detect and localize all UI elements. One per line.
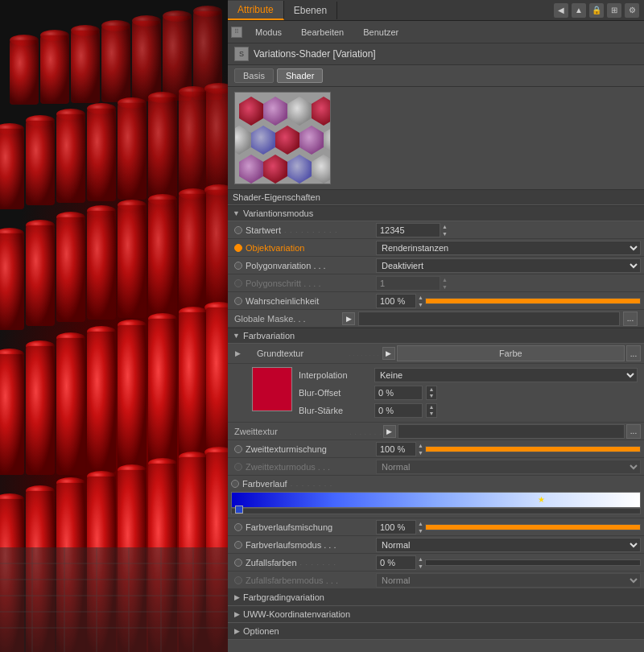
viewport (0, 0, 228, 652)
arrow-up-icon[interactable]: ▲ (572, 3, 586, 18)
polygonschritt-label: Polygonschritt . . . . (231, 279, 376, 288)
svg-rect-30 (206, 89, 228, 195)
farbverlaufmischung-input[interactable] (376, 520, 416, 534)
zufallsfarben-label: Zufallsfarben . . . . . . . (231, 558, 376, 567)
ztm-spinner-up[interactable]: ▲ (418, 442, 423, 449)
optionen-label: Optionen (243, 626, 279, 636)
svg-rect-29 (179, 92, 208, 196)
zweittextur-field[interactable] (398, 424, 625, 439)
color-swatch[interactable] (252, 367, 292, 411)
zweittexturmodus-label: Zweittexturmodus . . . (231, 462, 376, 472)
polygonvariation-select[interactable]: Deaktiviert (376, 258, 641, 273)
polygonvariation-label: Polygonvariation . . . (231, 261, 376, 270)
farbgradingvariation-section[interactable]: ▶ Farbgradingvariation (228, 589, 644, 606)
farbverlaufmodus-radio[interactable] (234, 541, 242, 549)
farbvariation-props: ▶ Grundtextur . . . . . . . . ▶ Farbe ..… (228, 344, 644, 589)
variantionsmodus-section[interactable]: ▼ Variantionsmodus (228, 205, 644, 221)
viewport-canvas (0, 0, 228, 652)
globale-maske-menu-btn[interactable]: ... (623, 312, 638, 326)
objektvariation-row: Objektvariation Renderinstanzen (228, 239, 644, 257)
toolbar: ⠿ Modus Bearbeiten Benutzer (228, 21, 644, 43)
svg-rect-39 (0, 233, 24, 330)
wahrscheinlichkeit-radio[interactable] (234, 297, 242, 305)
zweittextur-menu-btn[interactable]: ... (626, 424, 641, 439)
svg-rect-11 (101, 26, 130, 102)
grundtextur-arrow-btn[interactable]: ▶ (382, 347, 395, 360)
toolbar-benutzer-btn[interactable]: Benutzer (357, 26, 405, 39)
wahrscheinlichkeit-input[interactable] (376, 294, 416, 308)
farbvariation-section[interactable]: ▼ Farbvariation (228, 328, 644, 344)
farbverlaufmischung-bar-fill (426, 525, 640, 530)
zweittexturmischung-bar (425, 446, 641, 452)
blur-staerke-spinner[interactable]: ▲▼ (426, 403, 437, 418)
zweittexturmischung-radio[interactable] (234, 445, 242, 453)
arrow-left-icon[interactable]: ◀ (554, 3, 568, 18)
farbverlauf-radio[interactable] (231, 480, 239, 488)
objektvariation-select[interactable]: Renderinstanzen (376, 241, 641, 255)
blur-offset-spinner[interactable]: ▲▼ (426, 386, 437, 400)
zweittexturmischung-input[interactable] (376, 442, 416, 456)
tab-shader[interactable]: Shader (277, 68, 323, 83)
farbverlauf-handle-left[interactable] (235, 506, 243, 514)
farbverlaufmischung-spinner[interactable]: ▲ ▼ (418, 520, 423, 534)
tab-ebenen[interactable]: Ebenen (284, 2, 337, 19)
farbverlaufmischung-radio[interactable] (234, 523, 242, 531)
spinner-up-icon[interactable]: ▲ (442, 223, 448, 230)
farbverlauf-gradient-bar[interactable]: ★ (231, 492, 641, 508)
startwert-input[interactable] (376, 223, 440, 237)
interpolation-select[interactable]: Keine (374, 368, 638, 382)
settings-icon[interactable]: ⚙ (625, 3, 639, 18)
shader-eigenschaften-title: Shader-Eigenschaften (233, 192, 320, 202)
farbverlaufmischung-row: Farbverlaufsmischung ▲ ▼ (228, 518, 644, 536)
wahr-spinner-up[interactable]: ▲ (418, 294, 423, 301)
content-area[interactable]: Shader-Eigenschaften ▼ Variantionsmodus … (228, 87, 644, 652)
svg-rect-28 (148, 97, 177, 198)
toolbar-bearbeiten-btn[interactable]: Bearbeiten (295, 26, 350, 39)
startwert-radio[interactable] (234, 226, 242, 234)
shader-preview[interactable] (234, 92, 331, 184)
tab-basis[interactable]: Basis (234, 68, 274, 83)
grid-icon[interactable]: ⊞ (607, 3, 621, 18)
lock-icon[interactable]: 🔒 (589, 3, 604, 18)
zufallsfarben-row: Zufallsfarben . . . . . . . ▲ ▼ (228, 554, 644, 572)
farbverlaufmischung-label-text: Farbverlaufsmischung (246, 522, 332, 532)
svg-rect-41 (56, 217, 85, 322)
uww-label: UWW-Koordinatenvariation (243, 609, 350, 619)
blur-staerke-input[interactable] (374, 403, 423, 418)
grundtextur-main-btn[interactable]: Farbe (397, 345, 625, 361)
polygonvariation-row: Polygonvariation . . . Deaktiviert (228, 257, 644, 274)
farbverlaufmodus-select[interactable]: Normal (376, 538, 641, 552)
zweittexturmischung-label-text: Zweittexturmischung (246, 444, 327, 454)
zufallsfarben-spinner[interactable]: ▲ ▼ (418, 555, 423, 570)
objektvariation-radio[interactable] (234, 244, 242, 252)
globale-maske-arrow-btn[interactable]: ▶ (342, 312, 355, 325)
uww-koordinatenvariation-section[interactable]: ▶ UWW-Koordinatenvariation (228, 606, 644, 623)
wahrscheinlichkeit-label-text: Wahrscheinlichkeit (246, 296, 319, 306)
toolbar-modus-btn[interactable]: Modus (249, 26, 288, 39)
zweittextur-arrow-btn[interactable]: ▶ (383, 425, 396, 438)
grundtextur-menu-btn[interactable]: ... (626, 345, 641, 361)
farbverlaufmischung-value: ▲ ▼ (376, 520, 641, 534)
wahrscheinlichkeit-spinner[interactable]: ▲ ▼ (418, 294, 423, 308)
blur-offset-input[interactable] (374, 386, 423, 400)
globale-maske-field[interactable] (358, 312, 620, 326)
blur-offset-row: Blur-Offset ▲▼ (299, 385, 638, 401)
farbvariation-arrow: ▼ (233, 332, 240, 340)
polygonvariation-radio[interactable] (234, 262, 242, 270)
farbverlauf-gradient-container: ★ (231, 492, 641, 514)
svg-rect-58 (87, 332, 116, 472)
wahrscheinlichkeit-row: Wahrscheinlichkeit ▲ ▼ (228, 292, 644, 310)
farbverlauf-handle-bar[interactable] (231, 508, 641, 514)
wahr-spinner-down[interactable]: ▼ (418, 301, 423, 308)
tab-attribute[interactable]: Attribute (228, 1, 284, 20)
ztm-spinner-down[interactable]: ▼ (418, 449, 423, 456)
grundtextur-triangle[interactable]: ▶ (231, 349, 244, 357)
blur-offset-label: Blur-Offset (299, 388, 371, 398)
zufallsfarben-radio[interactable] (234, 559, 242, 567)
spinner-down-icon[interactable]: ▼ (442, 230, 448, 237)
zweittexturmischung-spinner[interactable]: ▲ ▼ (418, 442, 423, 456)
zufallsfarben-input[interactable] (376, 555, 416, 570)
startwert-spinner[interactable]: ▲ ▼ (442, 223, 448, 237)
zufallsfarbenmodus-radio (234, 576, 242, 584)
optionen-section[interactable]: ▶ Optionen (228, 623, 644, 640)
